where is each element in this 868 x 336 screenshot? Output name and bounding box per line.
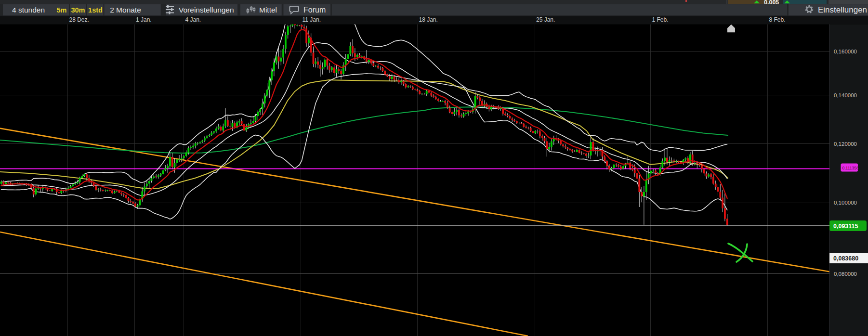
svg-text:4 stunden: 4 stunden — [12, 6, 45, 14]
svg-text:0,120000: 0,120000 — [834, 141, 857, 147]
svg-text:Einstellungen: Einstellungen — [818, 5, 867, 14]
svg-text:5m: 5m — [57, 6, 67, 14]
svg-text:2 Monate: 2 Monate — [110, 6, 141, 14]
svg-text:0,140000: 0,140000 — [834, 92, 857, 98]
svg-text:30m: 30m — [71, 6, 85, 14]
svg-text:1 Feb.: 1 Feb. — [652, 16, 669, 23]
svg-text:0,083680: 0,083680 — [833, 255, 858, 262]
svg-text:1std: 1std — [88, 6, 103, 14]
svg-text:Voreinstellungen: Voreinstellungen — [179, 6, 234, 14]
svg-text:1 Jan.: 1 Jan. — [136, 16, 152, 23]
svg-text:28 Dez.: 28 Dez. — [69, 16, 89, 23]
svg-text:25 Jan.: 25 Jan. — [536, 16, 555, 23]
svg-text:Mittel: Mittel — [259, 6, 277, 14]
svg-text:18 Jan.: 18 Jan. — [419, 16, 438, 23]
svg-text:0,160000: 0,160000 — [834, 49, 857, 54]
svg-text:0,111356: 0,111356 — [842, 166, 859, 170]
svg-text:0,080000: 0,080000 — [834, 271, 857, 277]
svg-text:4 Jan.: 4 Jan. — [185, 16, 201, 23]
svg-text:0,100000: 0,100000 — [834, 200, 857, 206]
svg-text:11 Jan.: 11 Jan. — [302, 16, 321, 23]
svg-text:8 Feb.: 8 Feb. — [769, 16, 786, 23]
svg-text:Forum: Forum — [303, 6, 326, 14]
svg-text:0,093115: 0,093115 — [833, 223, 858, 230]
